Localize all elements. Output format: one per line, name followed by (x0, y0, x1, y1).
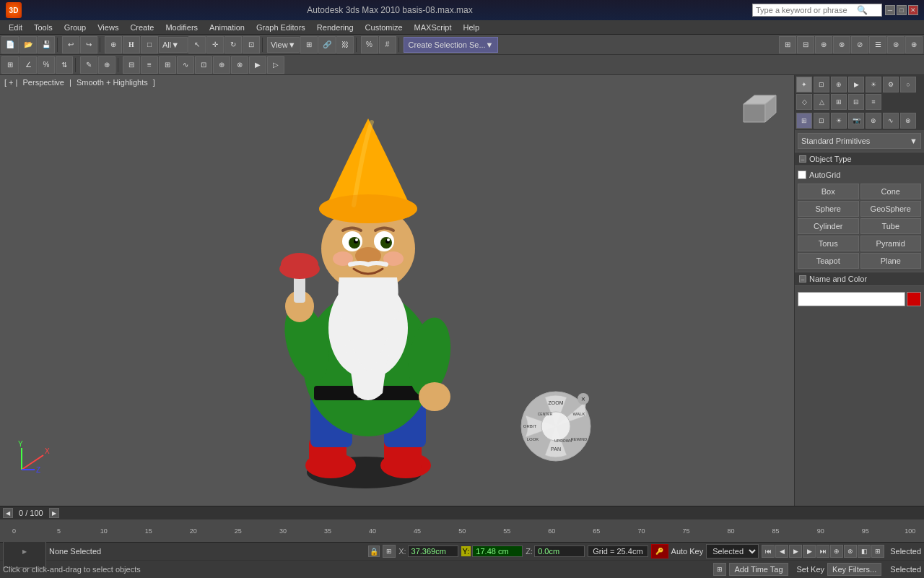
redo-button[interactable]: ↪ (80, 36, 97, 53)
timeline-track[interactable]: 0 5 10 15 20 25 30 35 40 45 50 55 60 (0, 519, 924, 542)
menu-rendering[interactable]: Rendering (311, 22, 359, 33)
timeline-next-button[interactable]: ▶ (49, 508, 59, 518)
percent-btn[interactable]: % (361, 36, 378, 53)
select-object-button[interactable]: ⊕ (105, 36, 122, 53)
autogrid-checkbox[interactable] (798, 171, 806, 179)
prev-frame[interactable]: ◀ (775, 545, 788, 558)
spinners-btn[interactable]: # (379, 36, 396, 53)
align-btn[interactable]: ≡ (141, 56, 158, 74)
plane-button[interactable]: Plane (860, 253, 922, 269)
panel-dropdown[interactable]: Standard Primitives ▼ (798, 133, 921, 149)
menu-maxscript[interactable]: MAXScript (409, 22, 458, 33)
named-sel-sets[interactable]: ⊕ (98, 56, 116, 74)
active-view-render[interactable]: ▷ (267, 56, 284, 74)
tab-hierarchy[interactable]: ⊕ (831, 77, 847, 92)
search-input[interactable] (756, 6, 857, 14)
collapse-name-color[interactable]: – (799, 275, 806, 282)
minimize-button[interactable]: ─ (885, 5, 895, 15)
toolbar-btn-extra1[interactable]: ⊞ (779, 36, 796, 53)
tab-modify[interactable]: ⊡ (814, 77, 829, 92)
cameras-icon[interactable]: 📷 (848, 113, 864, 129)
create-selection-button[interactable]: Create Selection Se... ▼ (404, 37, 499, 53)
selected-dropdown[interactable]: Selected (706, 544, 759, 558)
viewport[interactable]: [ + | Perspective | Smooth + Highlights … (0, 75, 794, 506)
go-to-start[interactable]: ⏮ (762, 545, 775, 558)
search-icon[interactable]: 🔍 (857, 5, 868, 15)
key-icon[interactable]: 🔑 (651, 544, 668, 558)
play-extra1[interactable]: ⊕ (830, 545, 843, 558)
menu-tools[interactable]: Tools (28, 22, 58, 33)
menu-graph-editors[interactable]: Graph Editors (250, 22, 311, 33)
link-button[interactable]: 🔗 (318, 36, 336, 53)
material-editor[interactable]: ⊕ (213, 56, 230, 74)
tab-extra1[interactable]: ○ (900, 77, 916, 92)
toolbar-btn-extra5[interactable]: ⊘ (851, 36, 868, 53)
systems-icon[interactable]: ⊗ (900, 113, 916, 129)
status-icon1[interactable]: ⊞ (383, 545, 396, 558)
key-filters-button[interactable]: Key Filters... (827, 563, 881, 576)
select-by-name-button[interactable]: 𝐇 (123, 36, 140, 53)
tab-extra3[interactable]: △ (814, 94, 829, 110)
edit-named-sel[interactable]: ✎ (80, 56, 97, 74)
toolbar-btn-extra6[interactable]: ☰ (869, 36, 886, 53)
menu-animation[interactable]: Animation (204, 22, 250, 33)
status-mini-icon[interactable]: ⊞ (713, 563, 726, 576)
tab-extra5[interactable]: ⊟ (848, 94, 864, 110)
z-value[interactable]: 0.0cm (534, 545, 585, 557)
menu-customize[interactable]: Customize (359, 22, 409, 33)
toolbar-btn-extra2[interactable]: ⊟ (797, 36, 814, 53)
teapot-button[interactable]: Teapot (798, 253, 859, 269)
geosphere-button[interactable]: GeoSphere (860, 201, 922, 217)
play-extra2[interactable]: ⊗ (844, 545, 857, 558)
object-name-input[interactable] (798, 292, 905, 306)
box-button[interactable]: Box (798, 184, 859, 199)
render-btn[interactable]: ▶ (249, 56, 266, 74)
tube-button[interactable]: Tube (860, 218, 922, 234)
save-button[interactable]: 💾 (38, 36, 55, 53)
menu-views[interactable]: Views (92, 22, 124, 33)
color-swatch[interactable] (907, 292, 921, 306)
select-region-button[interactable]: □ (141, 36, 158, 53)
toolbar-btn-extra4[interactable]: ⊗ (833, 36, 850, 53)
x-value[interactable]: 37.369cm (408, 545, 458, 557)
helpers-icon[interactable]: ⊕ (866, 113, 881, 129)
play-extra3[interactable]: ◧ (858, 545, 871, 558)
shapes-icon[interactable]: ⊡ (814, 113, 829, 129)
toolbar-btn-extra3[interactable]: ⊕ (815, 36, 832, 53)
snap-toggle[interactable]: ⊞ (1, 56, 19, 74)
next-frame[interactable]: ▶ (803, 545, 816, 558)
tab-utilities[interactable]: ⚙ (883, 77, 899, 92)
render-setup[interactable]: ⊗ (231, 56, 248, 74)
timeline-prev-button[interactable]: ◀ (3, 508, 13, 518)
play-button[interactable]: ▶ (789, 545, 802, 558)
use-pivot-button[interactable]: ⊞ (300, 36, 318, 53)
spacewarp-icon[interactable]: ∿ (883, 113, 899, 129)
menu-create[interactable]: Create (124, 22, 160, 33)
geometry-icon[interactable]: ⊞ (796, 113, 812, 129)
sphere-button[interactable]: Sphere (798, 201, 859, 217)
tab-create[interactable]: ✦ (796, 77, 812, 92)
navigation-wheel[interactable]: × ZOOM ORBIT PAN WALK REWIND LOOK CENTER… (520, 390, 592, 462)
layer-manager[interactable]: ⊞ (159, 56, 176, 74)
tab-extra4[interactable]: ⊞ (831, 94, 847, 110)
cone-button[interactable]: Cone (860, 184, 922, 199)
go-to-end[interactable]: ⏭ (816, 545, 829, 558)
lock-icon[interactable]: 🔒 (368, 545, 380, 557)
menu-help[interactable]: Help (458, 22, 486, 33)
collapse-object-type[interactable]: – (799, 155, 806, 163)
tab-extra2[interactable]: ◇ (796, 94, 812, 110)
select-tool[interactable]: ↖ (188, 36, 206, 53)
view-dropdown[interactable]: View ▼ (267, 37, 300, 53)
add-time-tag-button[interactable]: Add Time Tag (729, 563, 788, 576)
cylinder-button[interactable]: Cylinder (798, 218, 859, 234)
view-cube[interactable] (729, 90, 780, 140)
mirror-btn[interactable]: ⊟ (123, 56, 140, 74)
search-box[interactable]: 🔍 (752, 4, 882, 17)
undo-button[interactable]: ↩ (62, 36, 79, 53)
play-extra4[interactable]: ⊞ (871, 545, 884, 558)
toolbar-btn-extra8[interactable]: ⊕ (905, 36, 923, 53)
tab-extra6[interactable]: ≡ (866, 94, 881, 110)
pyramid-button[interactable]: Pyramid (860, 236, 922, 251)
lights-icon[interactable]: ☀ (831, 113, 847, 129)
scale-tool[interactable]: ⊡ (243, 36, 260, 53)
